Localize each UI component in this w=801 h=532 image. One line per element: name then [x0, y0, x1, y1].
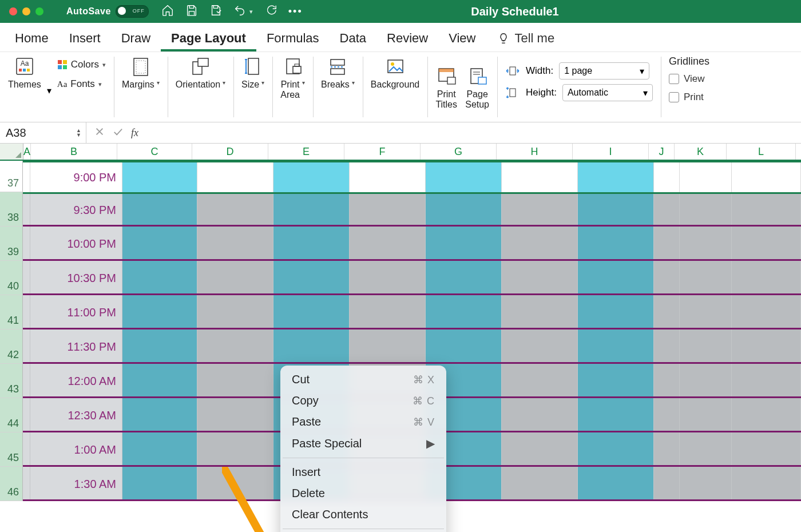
cell[interactable]: [426, 227, 502, 261]
tab-formulas[interactable]: Formulas: [256, 25, 330, 51]
cell[interactable]: [502, 432, 578, 467]
cell[interactable]: [197, 194, 273, 227]
cell[interactable]: 10:30 PM: [30, 261, 122, 295]
cell[interactable]: [680, 329, 732, 364]
col-header[interactable]: E: [268, 144, 344, 160]
cell[interactable]: [502, 329, 578, 364]
cell[interactable]: [23, 467, 30, 501]
save-icon[interactable]: [185, 4, 198, 19]
menu-item[interactable]: Paste⌘ V: [280, 411, 446, 432]
cell[interactable]: [350, 261, 426, 295]
cell[interactable]: [680, 398, 732, 432]
cell[interactable]: [654, 364, 680, 398]
menu-item[interactable]: Copy⌘ C: [280, 390, 446, 411]
cell[interactable]: 1:30 AM: [30, 467, 122, 501]
colors-button[interactable]: Colors▾: [57, 59, 106, 70]
cell[interactable]: 9:30 PM: [30, 194, 122, 227]
col-header[interactable]: B: [31, 144, 117, 160]
cell[interactable]: [732, 364, 801, 398]
cell[interactable]: [578, 261, 654, 295]
autosave-toggle[interactable]: OFF: [116, 5, 149, 18]
cell[interactable]: [273, 162, 350, 192]
cell[interactable]: [578, 364, 654, 398]
cell[interactable]: [122, 364, 197, 398]
width-select[interactable]: 1 page▾: [559, 62, 649, 80]
tell-me-search[interactable]: Tell me: [489, 25, 562, 51]
cell[interactable]: [578, 329, 654, 364]
cell[interactable]: [502, 227, 578, 261]
cell[interactable]: [122, 162, 197, 192]
cell[interactable]: [680, 261, 732, 295]
cell[interactable]: [654, 162, 680, 192]
cell[interactable]: [578, 398, 654, 432]
col-header[interactable]: I: [573, 144, 649, 160]
redo-icon[interactable]: [264, 4, 277, 19]
cell[interactable]: [23, 162, 30, 192]
cell[interactable]: [502, 364, 578, 398]
cell[interactable]: [122, 194, 197, 227]
col-header[interactable]: J: [649, 144, 675, 160]
height-select[interactable]: Automatic▾: [562, 84, 653, 101]
row-header[interactable]: 46: [0, 467, 23, 501]
close-window-icon[interactable]: [9, 7, 17, 15]
cell[interactable]: [197, 295, 273, 329]
fonts-button[interactable]: Aa Fonts▾: [57, 78, 106, 90]
cell[interactable]: [502, 261, 578, 295]
cell[interactable]: [23, 398, 30, 432]
cell[interactable]: [273, 261, 350, 295]
page-setup-button[interactable]: Page Setup: [465, 65, 489, 110]
themes-button[interactable]: Aa Themes: [8, 55, 41, 90]
row-header[interactable]: 44: [0, 398, 23, 432]
cell[interactable]: [732, 227, 801, 261]
cell[interactable]: [23, 261, 30, 295]
cell[interactable]: [732, 432, 801, 467]
confirm-icon[interactable]: [113, 126, 123, 139]
cell[interactable]: [23, 364, 30, 398]
cell[interactable]: [197, 329, 273, 364]
cell[interactable]: 12:30 AM: [30, 398, 122, 432]
cell[interactable]: [732, 329, 801, 364]
cell[interactable]: [578, 162, 654, 192]
row-header[interactable]: 42: [0, 329, 23, 364]
cell[interactable]: [273, 194, 350, 227]
cell[interactable]: 9:00 PM: [30, 162, 122, 192]
cell[interactable]: [197, 261, 273, 295]
cell[interactable]: [680, 364, 732, 398]
cell[interactable]: [23, 194, 30, 227]
col-header[interactable]: C: [117, 144, 192, 160]
breaks-button[interactable]: Breaks▾: [321, 55, 355, 90]
cell[interactable]: [654, 194, 680, 227]
cell[interactable]: [23, 295, 30, 329]
cell[interactable]: [350, 162, 426, 192]
cell[interactable]: 11:00 PM: [30, 295, 122, 329]
cell[interactable]: [654, 227, 680, 261]
cell[interactable]: [732, 467, 801, 501]
formula-input[interactable]: [146, 122, 801, 143]
home-icon[interactable]: [161, 4, 174, 19]
cell[interactable]: [350, 329, 426, 364]
cell[interactable]: [654, 329, 680, 364]
more-icon[interactable]: •••: [288, 6, 303, 18]
cell[interactable]: [426, 194, 502, 227]
name-box-stepper[interactable]: ▲▼: [76, 128, 81, 137]
select-all-corner[interactable]: [0, 144, 23, 160]
print-area-button[interactable]: Print Area▾: [280, 55, 305, 100]
tab-home[interactable]: Home: [5, 25, 59, 51]
save-as-icon[interactable]: [209, 4, 222, 19]
cell[interactable]: [197, 467, 273, 501]
cell[interactable]: 1:00 AM: [30, 432, 122, 467]
cell[interactable]: 12:00 AM: [30, 364, 122, 398]
cell[interactable]: [732, 261, 801, 295]
cell[interactable]: [502, 194, 578, 227]
cell[interactable]: [654, 432, 680, 467]
row-header[interactable]: 43: [0, 364, 23, 398]
zoom-window-icon[interactable]: [35, 7, 43, 15]
cell[interactable]: [197, 364, 273, 398]
cell[interactable]: 10:00 PM: [30, 227, 122, 261]
menu-item[interactable]: Paste Special▶: [280, 432, 446, 454]
cell[interactable]: [732, 162, 801, 192]
col-header[interactable]: L: [727, 144, 796, 160]
cell[interactable]: [578, 432, 654, 467]
menu-item[interactable]: Cut⌘ X: [280, 369, 446, 390]
gridlines-view-checkbox[interactable]: View: [669, 73, 705, 85]
